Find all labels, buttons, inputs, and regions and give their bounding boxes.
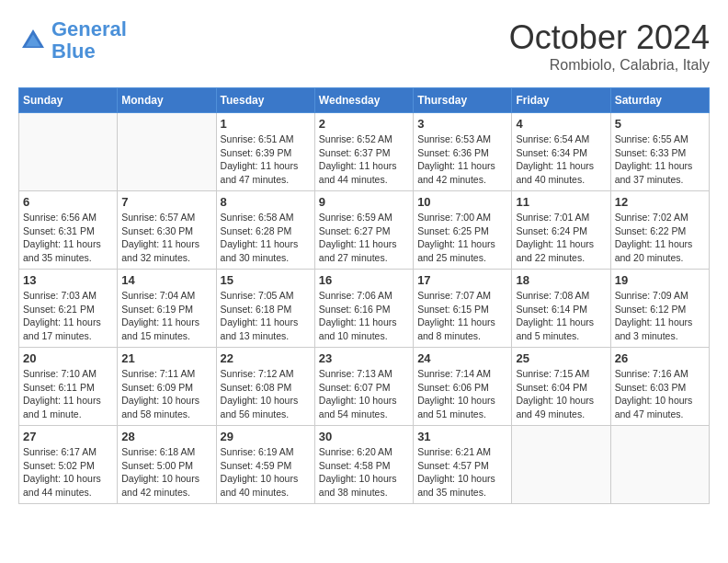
calendar-cell: 28Sunrise: 6:18 AM Sunset: 5:00 PM Dayli… [118,426,216,504]
month-title: October 2024 [509,18,710,57]
calendar-cell: 2Sunrise: 6:52 AM Sunset: 6:37 PM Daylig… [314,113,413,191]
day-info: Sunrise: 6:18 AM Sunset: 5:00 PM Dayligh… [121,445,211,500]
calendar-cell: 17Sunrise: 7:07 AM Sunset: 6:15 PM Dayli… [414,270,512,348]
day-info: Sunrise: 6:54 AM Sunset: 6:34 PM Dayligh… [516,132,606,187]
day-info: Sunrise: 7:16 AM Sunset: 6:03 PM Dayligh… [615,367,705,421]
day-info: Sunrise: 6:52 AM Sunset: 6:37 PM Dayligh… [319,132,409,187]
day-number: 24 [417,351,507,365]
logo-line1: General [51,17,127,40]
calendar-cell: 26Sunrise: 7:16 AM Sunset: 6:03 PM Dayli… [610,348,709,426]
day-info: Sunrise: 7:09 AM Sunset: 6:12 PM Dayligh… [615,289,705,343]
day-info: Sunrise: 7:05 AM Sunset: 6:18 PM Dayligh… [221,289,311,343]
day-info: Sunrise: 6:51 AM Sunset: 6:39 PM Dayligh… [221,132,311,187]
calendar-cell: 4Sunrise: 6:54 AM Sunset: 6:34 PM Daylig… [512,113,610,191]
day-info: Sunrise: 6:20 AM Sunset: 4:58 PM Dayligh… [319,445,409,500]
weekday-header-saturday: Saturday [610,88,709,113]
calendar-cell: 9Sunrise: 6:59 AM Sunset: 6:27 PM Daylig… [314,191,413,270]
logo-line2: Blue [51,40,96,63]
day-info: Sunrise: 7:14 AM Sunset: 6:06 PM Dayligh… [417,367,507,421]
calendar-week-1: 1Sunrise: 6:51 AM Sunset: 6:39 PM Daylig… [19,113,710,191]
day-info: Sunrise: 6:21 AM Sunset: 4:57 PM Dayligh… [417,445,507,500]
day-number: 29 [221,430,311,443]
calendar-cell: 11Sunrise: 7:01 AM Sunset: 6:24 PM Dayli… [512,191,610,270]
weekday-header-thursday: Thursday [414,88,512,113]
day-info: Sunrise: 7:08 AM Sunset: 6:14 PM Dayligh… [516,289,606,343]
day-info: Sunrise: 6:17 AM Sunset: 5:02 PM Dayligh… [23,445,113,500]
calendar-cell: 8Sunrise: 6:58 AM Sunset: 6:28 PM Daylig… [216,191,314,270]
calendar-cell: 31Sunrise: 6:21 AM Sunset: 4:57 PM Dayli… [414,426,512,504]
day-info: Sunrise: 6:58 AM Sunset: 6:28 PM Dayligh… [221,211,311,265]
calendar-cell: 24Sunrise: 7:14 AM Sunset: 6:06 PM Dayli… [414,348,512,426]
day-info: Sunrise: 7:12 AM Sunset: 6:08 PM Dayligh… [221,367,311,421]
weekday-header-monday: Monday [118,88,216,113]
weekday-header-tuesday: Tuesday [216,88,314,113]
weekday-header-wednesday: Wednesday [314,88,413,113]
calendar-cell: 29Sunrise: 6:19 AM Sunset: 4:59 PM Dayli… [216,426,314,504]
day-info: Sunrise: 7:06 AM Sunset: 6:16 PM Dayligh… [319,289,409,343]
calendar-table: SundayMondayTuesdayWednesdayThursdayFrid… [18,87,710,504]
day-info: Sunrise: 7:13 AM Sunset: 6:07 PM Dayligh… [319,367,409,421]
day-number: 18 [516,273,606,287]
calendar-cell: 18Sunrise: 7:08 AM Sunset: 6:14 PM Dayli… [512,270,610,348]
day-number: 28 [121,430,211,443]
day-number: 20 [23,351,113,365]
day-number: 1 [221,117,311,131]
calendar-cell: 15Sunrise: 7:05 AM Sunset: 6:18 PM Dayli… [216,270,314,348]
day-number: 10 [417,195,507,209]
day-number: 15 [221,273,311,287]
calendar-cell: 10Sunrise: 7:00 AM Sunset: 6:25 PM Dayli… [414,191,512,270]
location: Rombiolo, Calabria, Italy [509,57,710,74]
day-number: 6 [23,195,113,209]
day-number: 14 [121,273,211,287]
day-info: Sunrise: 7:03 AM Sunset: 6:21 PM Dayligh… [23,289,113,343]
calendar-cell: 7Sunrise: 6:57 AM Sunset: 6:30 PM Daylig… [118,191,216,270]
day-number: 13 [23,273,113,287]
calendar-cell [118,113,216,191]
day-info: Sunrise: 7:02 AM Sunset: 6:22 PM Dayligh… [615,211,705,265]
title-block: October 2024 Rombiolo, Calabria, Italy [509,18,710,74]
day-info: Sunrise: 7:07 AM Sunset: 6:15 PM Dayligh… [417,289,507,343]
day-number: 2 [319,117,409,131]
calendar-week-2: 6Sunrise: 6:56 AM Sunset: 6:31 PM Daylig… [19,191,710,270]
day-number: 31 [417,430,507,443]
calendar-cell: 14Sunrise: 7:04 AM Sunset: 6:19 PM Dayli… [118,270,216,348]
calendar-cell: 30Sunrise: 6:20 AM Sunset: 4:58 PM Dayli… [314,426,413,504]
day-number: 22 [221,351,311,365]
day-info: Sunrise: 7:00 AM Sunset: 6:25 PM Dayligh… [417,211,507,265]
calendar-cell: 12Sunrise: 7:02 AM Sunset: 6:22 PM Dayli… [610,191,709,270]
day-info: Sunrise: 6:59 AM Sunset: 6:27 PM Dayligh… [319,211,409,265]
day-number: 27 [23,430,113,443]
calendar-cell: 6Sunrise: 6:56 AM Sunset: 6:31 PM Daylig… [19,191,118,270]
day-number: 8 [221,195,311,209]
day-number: 19 [615,273,705,287]
logo-text: General Blue [51,18,127,63]
day-number: 17 [417,273,507,287]
day-info: Sunrise: 7:15 AM Sunset: 6:04 PM Dayligh… [516,367,606,421]
logo-icon [18,26,48,55]
day-number: 4 [516,117,606,131]
day-number: 12 [615,195,705,209]
calendar-cell: 1Sunrise: 6:51 AM Sunset: 6:39 PM Daylig… [216,113,314,191]
calendar-cell [610,426,709,504]
calendar-cell: 5Sunrise: 6:55 AM Sunset: 6:33 PM Daylig… [610,113,709,191]
calendar-week-4: 20Sunrise: 7:10 AM Sunset: 6:11 PM Dayli… [19,348,710,426]
page-header: General Blue October 2024 Rombiolo, Cala… [18,18,710,74]
day-number: 23 [319,351,409,365]
day-info: Sunrise: 7:10 AM Sunset: 6:11 PM Dayligh… [23,367,113,421]
calendar-week-5: 27Sunrise: 6:17 AM Sunset: 5:02 PM Dayli… [19,426,710,504]
day-number: 30 [319,430,409,443]
day-number: 5 [615,117,705,131]
weekday-header-row: SundayMondayTuesdayWednesdayThursdayFrid… [19,88,710,113]
day-number: 16 [319,273,409,287]
day-info: Sunrise: 6:53 AM Sunset: 6:36 PM Dayligh… [417,132,507,187]
calendar-cell: 16Sunrise: 7:06 AM Sunset: 6:16 PM Dayli… [314,270,413,348]
day-info: Sunrise: 7:01 AM Sunset: 6:24 PM Dayligh… [516,211,606,265]
day-number: 21 [121,351,211,365]
calendar-cell: 21Sunrise: 7:11 AM Sunset: 6:09 PM Dayli… [118,348,216,426]
calendar-cell: 20Sunrise: 7:10 AM Sunset: 6:11 PM Dayli… [19,348,118,426]
day-number: 7 [121,195,211,209]
day-info: Sunrise: 6:56 AM Sunset: 6:31 PM Dayligh… [23,211,113,265]
calendar-cell: 22Sunrise: 7:12 AM Sunset: 6:08 PM Dayli… [216,348,314,426]
calendar-cell: 25Sunrise: 7:15 AM Sunset: 6:04 PM Dayli… [512,348,610,426]
weekday-header-friday: Friday [512,88,610,113]
